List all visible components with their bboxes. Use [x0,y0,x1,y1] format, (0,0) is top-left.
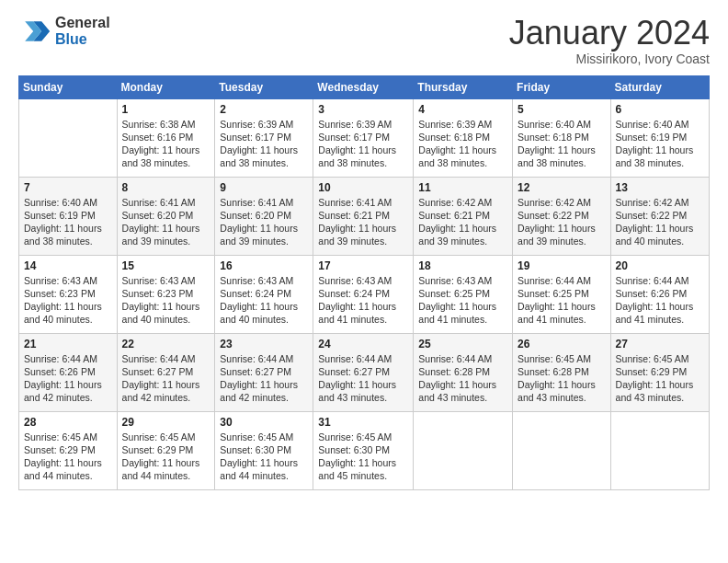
day-number: 12 [518,181,606,194]
day-cell [513,411,611,489]
logo-icon [18,15,51,48]
logo: General Blue [18,15,110,48]
day-info: Sunrise: 6:42 AM Sunset: 6:22 PM Dayligh… [518,196,606,248]
day-number: 24 [318,338,408,350]
day-cell [19,98,118,177]
day-cell: 23Sunrise: 6:44 AM Sunset: 6:27 PM Dayli… [215,333,313,411]
day-number: 26 [518,338,606,350]
calendar-body: 1Sunrise: 6:38 AM Sunset: 6:16 PM Daylig… [19,98,710,489]
day-number: 14 [24,259,112,272]
week-row-1: 7Sunrise: 6:40 AM Sunset: 6:19 PM Daylig… [19,177,710,255]
day-cell: 1Sunrise: 6:38 AM Sunset: 6:16 PM Daylig… [117,98,215,177]
day-cell: 25Sunrise: 6:44 AM Sunset: 6:28 PM Dayli… [414,333,513,411]
day-number: 28 [24,416,112,429]
day-info: Sunrise: 6:41 AM Sunset: 6:21 PM Dayligh… [318,196,408,248]
day-cell: 13Sunrise: 6:42 AM Sunset: 6:22 PM Dayli… [610,177,709,255]
day-cell: 12Sunrise: 6:42 AM Sunset: 6:22 PM Dayli… [513,177,611,255]
day-number: 22 [122,338,210,350]
day-number: 30 [220,416,308,429]
day-cell: 7Sunrise: 6:40 AM Sunset: 6:19 PM Daylig… [19,177,118,255]
day-number: 29 [122,416,210,429]
day-info: Sunrise: 6:45 AM Sunset: 6:29 PM Dayligh… [24,431,112,483]
header-row: SundayMondayTuesdayWednesdayThursdayFrid… [19,75,710,98]
day-info: Sunrise: 6:45 AM Sunset: 6:28 PM Dayligh… [518,352,606,405]
day-cell: 20Sunrise: 6:44 AM Sunset: 6:26 PM Dayli… [610,255,709,333]
day-header-thursday: Thursday [414,75,513,98]
day-number: 20 [616,259,704,272]
day-number: 23 [220,338,308,350]
day-number: 6 [616,103,704,116]
day-header-friday: Friday [513,75,611,98]
day-cell: 4Sunrise: 6:39 AM Sunset: 6:18 PM Daylig… [414,98,513,177]
day-info: Sunrise: 6:43 AM Sunset: 6:23 PM Dayligh… [122,274,210,327]
day-info: Sunrise: 6:39 AM Sunset: 6:17 PM Dayligh… [318,118,408,170]
day-number: 8 [122,181,210,194]
day-info: Sunrise: 6:40 AM Sunset: 6:18 PM Dayligh… [518,118,606,170]
day-info: Sunrise: 6:45 AM Sunset: 6:30 PM Dayligh… [318,431,408,483]
day-number: 15 [122,259,210,272]
week-row-4: 28Sunrise: 6:45 AM Sunset: 6:29 PM Dayli… [19,411,710,489]
day-info: Sunrise: 6:38 AM Sunset: 6:16 PM Dayligh… [122,118,210,170]
day-cell: 28Sunrise: 6:45 AM Sunset: 6:29 PM Dayli… [19,411,118,489]
day-cell: 3Sunrise: 6:39 AM Sunset: 6:17 PM Daylig… [313,98,414,177]
day-cell: 21Sunrise: 6:44 AM Sunset: 6:26 PM Dayli… [19,333,118,411]
day-info: Sunrise: 6:44 AM Sunset: 6:27 PM Dayligh… [122,352,210,405]
day-cell: 17Sunrise: 6:43 AM Sunset: 6:24 PM Dayli… [313,255,414,333]
day-info: Sunrise: 6:44 AM Sunset: 6:27 PM Dayligh… [220,352,308,405]
day-info: Sunrise: 6:45 AM Sunset: 6:29 PM Dayligh… [122,431,210,483]
day-cell [414,411,513,489]
day-cell: 16Sunrise: 6:43 AM Sunset: 6:24 PM Dayli… [215,255,313,333]
day-info: Sunrise: 6:44 AM Sunset: 6:27 PM Dayligh… [318,352,408,405]
day-number: 10 [318,181,408,194]
day-cell: 22Sunrise: 6:44 AM Sunset: 6:27 PM Dayli… [117,333,215,411]
day-number: 25 [418,338,507,350]
day-header-saturday: Saturday [610,75,709,98]
day-number: 16 [220,259,308,272]
day-cell: 9Sunrise: 6:41 AM Sunset: 6:20 PM Daylig… [215,177,313,255]
day-number: 13 [616,181,704,194]
day-info: Sunrise: 6:43 AM Sunset: 6:25 PM Dayligh… [418,274,507,327]
day-number: 7 [24,181,112,194]
day-info: Sunrise: 6:41 AM Sunset: 6:20 PM Dayligh… [220,196,308,248]
day-header-sunday: Sunday [19,75,118,98]
week-row-0: 1Sunrise: 6:38 AM Sunset: 6:16 PM Daylig… [19,98,710,177]
subtitle: Missirikoro, Ivory Coast [509,52,710,66]
day-cell: 19Sunrise: 6:44 AM Sunset: 6:25 PM Dayli… [513,255,611,333]
day-number: 5 [518,103,606,116]
day-number: 9 [220,181,308,194]
day-info: Sunrise: 6:42 AM Sunset: 6:21 PM Dayligh… [418,196,507,248]
day-cell: 31Sunrise: 6:45 AM Sunset: 6:30 PM Dayli… [313,411,414,489]
day-number: 1 [122,103,210,116]
day-info: Sunrise: 6:39 AM Sunset: 6:17 PM Dayligh… [220,118,308,170]
day-cell: 2Sunrise: 6:39 AM Sunset: 6:17 PM Daylig… [215,98,313,177]
day-info: Sunrise: 6:40 AM Sunset: 6:19 PM Dayligh… [24,196,112,248]
day-info: Sunrise: 6:43 AM Sunset: 6:23 PM Dayligh… [24,274,112,327]
week-row-3: 21Sunrise: 6:44 AM Sunset: 6:26 PM Dayli… [19,333,710,411]
day-cell: 6Sunrise: 6:40 AM Sunset: 6:19 PM Daylig… [610,98,709,177]
day-info: Sunrise: 6:43 AM Sunset: 6:24 PM Dayligh… [220,274,308,327]
day-info: Sunrise: 6:41 AM Sunset: 6:20 PM Dayligh… [122,196,210,248]
day-cell: 18Sunrise: 6:43 AM Sunset: 6:25 PM Dayli… [414,255,513,333]
day-cell: 14Sunrise: 6:43 AM Sunset: 6:23 PM Dayli… [19,255,118,333]
day-number: 19 [518,259,606,272]
day-info: Sunrise: 6:45 AM Sunset: 6:29 PM Dayligh… [616,352,704,405]
day-header-wednesday: Wednesday [313,75,414,98]
header: General Blue January 2024 Missirikoro, I… [18,15,710,66]
day-cell: 26Sunrise: 6:45 AM Sunset: 6:28 PM Dayli… [513,333,611,411]
day-cell: 29Sunrise: 6:45 AM Sunset: 6:29 PM Dayli… [117,411,215,489]
day-number: 27 [616,338,704,350]
day-cell: 30Sunrise: 6:45 AM Sunset: 6:30 PM Dayli… [215,411,313,489]
day-cell: 8Sunrise: 6:41 AM Sunset: 6:20 PM Daylig… [117,177,215,255]
day-info: Sunrise: 6:44 AM Sunset: 6:26 PM Dayligh… [24,352,112,405]
day-info: Sunrise: 6:39 AM Sunset: 6:18 PM Dayligh… [418,118,507,170]
day-info: Sunrise: 6:40 AM Sunset: 6:19 PM Dayligh… [616,118,704,170]
day-number: 18 [418,259,507,272]
day-cell: 24Sunrise: 6:44 AM Sunset: 6:27 PM Dayli… [313,333,414,411]
day-cell: 10Sunrise: 6:41 AM Sunset: 6:21 PM Dayli… [313,177,414,255]
day-info: Sunrise: 6:44 AM Sunset: 6:25 PM Dayligh… [518,274,606,327]
day-number: 31 [318,416,408,429]
day-cell [610,411,709,489]
day-number: 21 [24,338,112,350]
day-cell: 15Sunrise: 6:43 AM Sunset: 6:23 PM Dayli… [117,255,215,333]
day-info: Sunrise: 6:44 AM Sunset: 6:26 PM Dayligh… [616,274,704,327]
